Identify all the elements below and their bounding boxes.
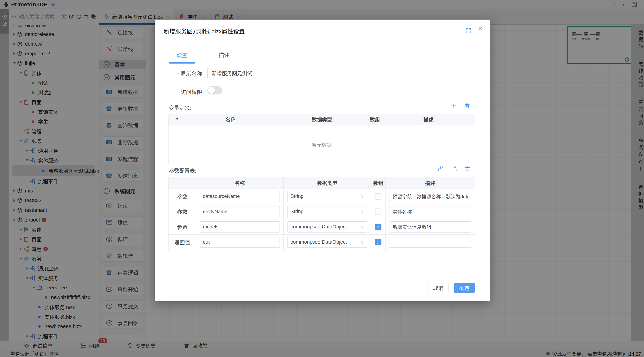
param-row: 参数String∨ (169, 189, 475, 204)
params-table: 名称数据类型数组描述 参数String∨参数String∨参数commonj.s… (168, 177, 475, 250)
param-row: 参数commonj.sdo.DataObject∨✓ (169, 219, 475, 234)
cancel-button[interactable]: 取消 (428, 283, 448, 293)
array-checkbox[interactable] (375, 208, 382, 215)
chevron-down-icon: ∨ (361, 224, 364, 230)
display-name-input[interactable] (208, 67, 474, 79)
column-header: 描述 (386, 177, 475, 189)
empty-data-text: 暂无数据 (169, 126, 475, 164)
param-row: 返回值commonj.sdo.DataObject∨✓ (169, 234, 475, 250)
add-icon[interactable] (450, 103, 457, 109)
tabs-divider (169, 61, 476, 61)
column-header: 数据类型 (284, 177, 371, 189)
param-desc-input[interactable] (389, 221, 471, 232)
array-checkbox[interactable]: ✓ (375, 239, 382, 246)
close-icon[interactable]: × (478, 24, 483, 32)
column-header: # (169, 114, 185, 126)
access-label: 访问权限 (169, 88, 202, 96)
column-header: 名称 (196, 177, 284, 189)
delete-icon[interactable] (464, 166, 471, 172)
fullscreen-icon[interactable] (465, 28, 472, 34)
param-kind-label: 返回值 (174, 240, 190, 246)
column-header: 描述 (382, 114, 475, 126)
chevron-down-icon: ∨ (361, 194, 364, 199)
param-name-input[interactable] (200, 237, 280, 248)
column-header: 名称 (185, 114, 276, 126)
column-header: 数据类型 (276, 114, 368, 126)
dialog-tabs: 设置描述 (169, 51, 237, 64)
export-icon[interactable] (451, 166, 457, 172)
param-row: 参数String∨ (169, 204, 475, 219)
access-toggle[interactable] (208, 86, 222, 94)
selected-type: String (290, 194, 304, 199)
selected-type: commonj.sdo.DataObject (290, 224, 347, 230)
selected-type: String (290, 209, 304, 214)
param-type-select[interactable]: String∨ (287, 206, 368, 217)
properties-dialog: 新增服务图元测试.bizx属性设置 × 设置描述 显示名称 访问权限 变量定义:… (155, 20, 490, 301)
param-name-input[interactable] (200, 221, 280, 232)
column-header: 数组 (371, 177, 386, 189)
dialog-tab-设置[interactable]: 设置 (169, 51, 195, 64)
param-desc-input[interactable] (389, 237, 471, 248)
display-name-label: 显示名称 (169, 70, 202, 77)
confirm-button[interactable]: 确定 (454, 283, 475, 293)
column-header (169, 177, 196, 189)
column-header: 数组 (368, 114, 382, 126)
array-checkbox[interactable] (375, 193, 382, 200)
primeton-ide-window: Primeton-IDE ‹ › 资源 AIEn文 稀饭粥!demoreleas… (0, 0, 644, 357)
param-kind-label: 参数 (177, 209, 188, 215)
dialog-tab-描述[interactable]: 描述 (211, 51, 237, 64)
param-name-input[interactable] (200, 206, 280, 217)
param-name-input[interactable] (200, 191, 280, 202)
param-type-select[interactable]: commonj.sdo.DataObject∨ (287, 221, 368, 232)
variables-table: #名称数据类型数组描述 暂无数据 (168, 114, 475, 164)
chevron-down-icon: ∨ (361, 209, 364, 214)
param-type-select[interactable]: commonj.sdo.DataObject∨ (287, 237, 368, 248)
array-checkbox[interactable]: ✓ (375, 224, 382, 230)
dialog-title: 新增服务图元测试.bizx属性设置 (164, 27, 245, 35)
param-kind-label: 参数 (177, 224, 188, 230)
param-desc-input[interactable] (389, 191, 471, 202)
variables-section-label: 变量定义: (169, 104, 191, 111)
delete-icon[interactable] (464, 103, 470, 109)
selected-type: commonj.sdo.DataObject (290, 239, 347, 245)
param-type-select[interactable]: String∨ (287, 191, 368, 202)
chevron-down-icon: ∨ (361, 240, 364, 245)
params-section-label: 参数配置表: (169, 167, 196, 174)
param-desc-input[interactable] (389, 206, 471, 217)
import-icon[interactable] (438, 166, 444, 172)
param-kind-label: 参数 (177, 194, 188, 200)
